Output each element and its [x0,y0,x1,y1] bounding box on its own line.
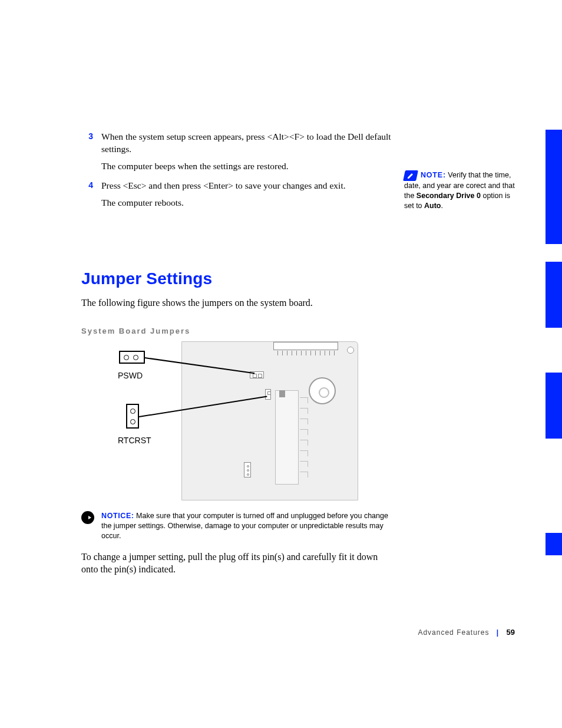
step-number: 4 [81,180,101,214]
step-text: When the system setup screen appears, pr… [101,131,394,156]
edge-tab [546,373,562,439]
figure-caption: System Board Jumpers [81,327,394,335]
footer-section: Advanced Features [418,628,489,637]
label-rtcrst: RTCRST [118,436,151,445]
mounting-hole [347,347,354,354]
edge-tab [546,130,562,244]
jumper-rtcrst-on-board [265,389,271,400]
page-number: 59 [507,628,515,637]
pencil-icon [403,170,418,181]
slot-key [279,390,285,397]
manual-page: NOTE: Verify that the time, date, and ye… [0,0,562,728]
section-lead: The following figure shows the jumpers o… [81,297,394,309]
step-result: The computer beeps when the settings are… [101,160,394,173]
board-outline [181,341,358,500]
margin-note: NOTE: Verify that the time, date, and ye… [404,170,522,211]
edge-tab [546,262,562,328]
step-text: Press <Esc> and then press <Enter> to sa… [101,180,394,192]
notice-label: NOTICE: [101,512,134,520]
step-item: 3 When the system setup screen appears, … [81,131,394,177]
step-item: 4 Press <Esc> and then press <Enter> to … [81,180,394,214]
step-result: The computer reboots. [101,197,394,209]
body-column: 3 When the system setup screen appears, … [81,131,394,576]
notice-block: NOTICE: Make sure that your computer is … [81,511,394,541]
arrow-circle-icon [81,511,94,524]
header-pins [244,462,251,477]
edge-tabs [546,0,562,728]
edge-connector [273,342,338,350]
callout-rtcrst [126,404,139,429]
body-paragraph: To change a jumper setting, pull the plu… [81,551,394,576]
callout-pswd [119,351,145,364]
page-footer: Advanced Features | 59 [0,628,562,637]
expansion-slot [275,390,299,485]
coin-cell-battery [309,377,336,404]
footer-separator: | [492,628,504,637]
system-board-figure: PSWD RTCRST [123,341,370,500]
edge-tab [546,533,562,555]
notice-body: Make sure that your computer is turned o… [101,512,388,540]
section-heading: Jumper Settings [81,269,394,288]
label-pswd: PSWD [118,371,143,380]
step-number: 3 [81,131,101,177]
note-label: NOTE: [421,171,446,179]
